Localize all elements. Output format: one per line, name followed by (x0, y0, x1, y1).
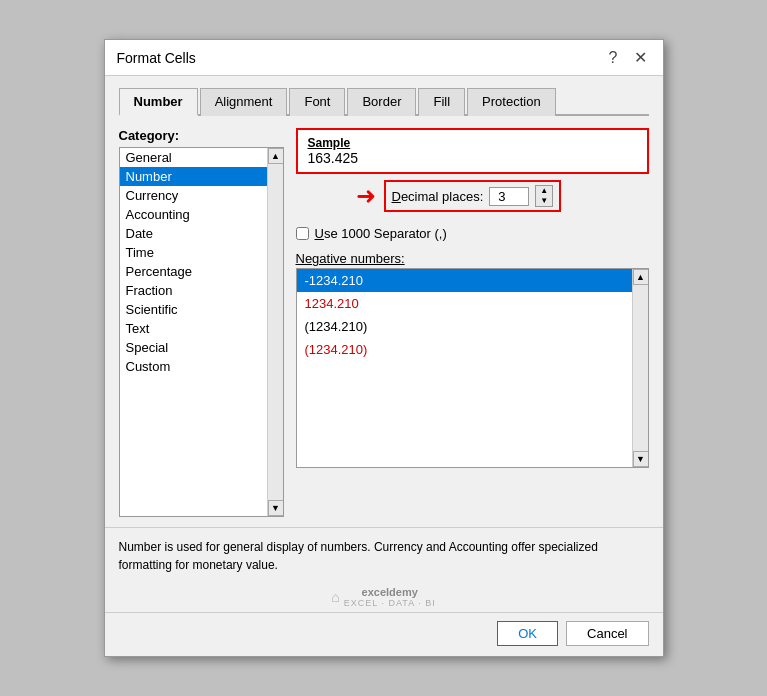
scrollbar-down-arrow[interactable]: ▼ (268, 500, 284, 516)
decimal-places-label: Decimal places: (392, 189, 484, 204)
watermark: ⌂ exceldemy EXCEL · DATA · BI (105, 584, 663, 612)
right-panel: Sample 163.425 ➜ Decimal places: ▲ ▼ (296, 128, 649, 517)
category-section: Category: General Number Currency Accoun… (119, 128, 284, 517)
decimal-increment-button[interactable]: ▲ (536, 186, 552, 196)
format-cells-dialog: Format Cells ? ✕ Number Alignment Font B… (104, 39, 664, 657)
sample-label: Sample (308, 136, 637, 150)
neg-scrollbar-down-arrow[interactable]: ▼ (633, 451, 649, 467)
decimal-places-input[interactable] (489, 187, 529, 206)
footer-description: Number is used for general display of nu… (105, 527, 663, 584)
close-button[interactable]: ✕ (630, 48, 651, 67)
watermark-name: exceldemy (344, 586, 436, 598)
tab-protection[interactable]: Protection (467, 88, 556, 116)
category-item-scientific[interactable]: Scientific (120, 300, 267, 319)
negative-list: -1234.210 1234.210 (1234.210) (1234.210) (297, 269, 632, 467)
tab-number[interactable]: Number (119, 88, 198, 116)
category-label: Category: (119, 128, 284, 143)
separator-label[interactable]: Use 1000 Separator (,) (315, 226, 447, 241)
dialog-title: Format Cells (117, 50, 196, 66)
separator-row: Use 1000 Separator (,) (296, 226, 649, 241)
decimal-places-box: Decimal places: ▲ ▼ (384, 180, 562, 212)
category-scrollbar[interactable]: ▲ ▼ (267, 148, 283, 516)
negative-scrollbar[interactable]: ▲ ▼ (632, 269, 648, 467)
negative-item-3[interactable]: (1234.210) (297, 315, 632, 338)
tab-font[interactable]: Font (289, 88, 345, 116)
category-item-percentage[interactable]: Percentage (120, 262, 267, 281)
main-content: Category: General Number Currency Accoun… (119, 128, 649, 517)
negative-item-4[interactable]: (1234.210) (297, 338, 632, 361)
decimal-decrement-button[interactable]: ▼ (536, 196, 552, 206)
category-item-custom[interactable]: Custom (120, 357, 267, 376)
tab-alignment[interactable]: Alignment (200, 88, 288, 116)
cancel-button[interactable]: Cancel (566, 621, 648, 646)
category-item-date[interactable]: Date (120, 224, 267, 243)
negative-list-container: -1234.210 1234.210 (1234.210) (1234.210)… (296, 268, 649, 468)
ok-button[interactable]: OK (497, 621, 558, 646)
negative-item-1[interactable]: -1234.210 (297, 269, 632, 292)
category-item-fraction[interactable]: Fraction (120, 281, 267, 300)
tab-fill[interactable]: Fill (418, 88, 465, 116)
sample-value: 163.425 (308, 150, 637, 166)
arrow-container: ➜ Decimal places: ▲ ▼ (296, 180, 649, 212)
category-item-accounting[interactable]: Accounting (120, 205, 267, 224)
category-item-time[interactable]: Time (120, 243, 267, 262)
separator-checkbox[interactable] (296, 227, 309, 240)
decimal-spinner: ▲ ▼ (535, 185, 553, 207)
tab-border[interactable]: Border (347, 88, 416, 116)
category-item-general[interactable]: General (120, 148, 267, 167)
watermark-subtext: EXCEL · DATA · BI (344, 598, 436, 608)
category-item-text[interactable]: Text (120, 319, 267, 338)
tabs-bar: Number Alignment Font Border Fill Protec… (119, 86, 649, 116)
category-item-number[interactable]: Number (120, 167, 267, 186)
scrollbar-up-arrow[interactable]: ▲ (268, 148, 284, 164)
negative-numbers-label: Negative numbers: (296, 251, 649, 266)
negative-item-2[interactable]: 1234.210 (297, 292, 632, 315)
neg-scrollbar-up-arrow[interactable]: ▲ (633, 269, 649, 285)
title-bar-controls: ? ✕ (605, 48, 651, 67)
category-item-special[interactable]: Special (120, 338, 267, 357)
help-button[interactable]: ? (605, 49, 622, 67)
category-item-currency[interactable]: Currency (120, 186, 267, 205)
sample-box: Sample 163.425 (296, 128, 649, 174)
title-bar: Format Cells ? ✕ (105, 40, 663, 76)
negative-numbers-section: Negative numbers: -1234.210 1234.210 (12… (296, 251, 649, 468)
category-list-container: General Number Currency Accounting Date … (119, 147, 284, 517)
dialog-buttons: OK Cancel (105, 612, 663, 656)
red-arrow-icon: ➜ (356, 182, 376, 210)
dialog-body: Number Alignment Font Border Fill Protec… (105, 76, 663, 527)
category-list: General Number Currency Accounting Date … (120, 148, 267, 516)
